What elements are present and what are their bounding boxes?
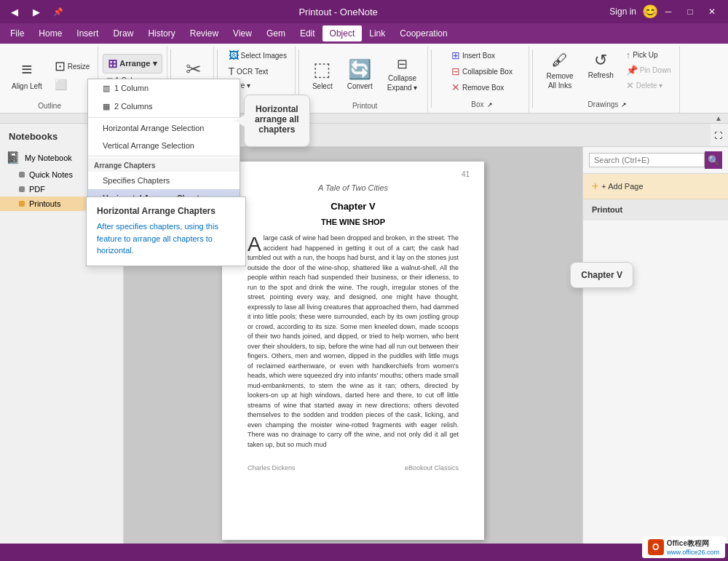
- dd-sep1: [88, 117, 240, 118]
- pin-down-label: Pin Down: [640, 66, 671, 74]
- doc-body: A large cask of wine had been dropped an…: [248, 234, 459, 450]
- menu-link[interactable]: Link: [362, 25, 392, 41]
- document-page: 41 A Tale of Two Cities Chapter V THE WI…: [222, 162, 484, 540]
- add-page-label: + Add Page: [601, 182, 643, 191]
- signin-label: Sign in: [609, 7, 636, 17]
- quick-notes-label: Quick Notes: [29, 170, 73, 179]
- menu-home[interactable]: Home: [31, 25, 69, 41]
- back-btn[interactable]: ◀: [6, 3, 23, 20]
- select-btn[interactable]: ⬚ Select: [306, 55, 339, 93]
- align-left-label: Align Left: [12, 82, 42, 90]
- insert-box-label: Insert Box: [462, 52, 495, 60]
- minimize-btn[interactable]: ─: [658, 4, 678, 20]
- menu-edit[interactable]: Edit: [293, 25, 323, 41]
- pin-down-btn[interactable]: 📌 Pin Down: [622, 63, 675, 77]
- menu-draw[interactable]: Draw: [106, 25, 141, 41]
- desc-text: After specifies chapters, using this fea…: [97, 220, 235, 257]
- collapsible-box-btn[interactable]: ⊟ Collapsible Box: [448, 64, 516, 79]
- dd-1col[interactable]: ▥1 Column: [88, 79, 240, 98]
- remove-all-inks-btn[interactable]: 🖋 RemoveAll Inks: [540, 48, 579, 93]
- forward-btn[interactable]: ▶: [28, 3, 45, 20]
- refresh-btn[interactable]: ↺ Refresh: [582, 48, 620, 82]
- tooltip-title: Horizontalarrange allchapters: [255, 104, 299, 135]
- menu-view[interactable]: View: [226, 25, 259, 41]
- dd-sep2: [88, 156, 240, 156]
- collapsible-icon: ⊟: [451, 65, 460, 77]
- signin-area[interactable]: Sign in: [609, 7, 636, 17]
- office-logo-area: O Office教程网 www.office26.com: [642, 536, 725, 558]
- search-input[interactable]: [589, 153, 705, 167]
- add-icon: +: [592, 180, 598, 193]
- insert-box-btn[interactable]: ⊞ Insert Box: [448, 48, 516, 63]
- dd-vert-sel[interactable]: Vertical Arrange Selection: [88, 137, 240, 154]
- select-images-btn[interactable]: 🖼 Select Images: [225, 48, 290, 63]
- doc-subtitle: THE WINE SHOP: [248, 218, 459, 226]
- chapterv-tooltip: Chapter V: [570, 262, 633, 288]
- title-bar: ◀ ▶ 📌 Printout - OneNote Sign in 😊 ─ □ ✕: [0, 0, 728, 23]
- menu-object[interactable]: Object: [323, 25, 363, 41]
- select-icon: ⬚: [313, 58, 331, 81]
- menu-cooperation[interactable]: Cooperation: [392, 25, 454, 41]
- remove-inks-label: RemoveAll Inks: [546, 71, 573, 90]
- delete-btn[interactable]: ✕ Delete ▾: [622, 79, 675, 92]
- footer-left: Charles Dickens: [248, 464, 296, 472]
- remove-box-label: Remove Box: [462, 84, 504, 92]
- office-url-area: Office教程网 www.office26.com: [667, 538, 719, 556]
- pages-list: Printout: [583, 199, 728, 544]
- ribbon-group-convert: ⬚ Select 🔄 Convert ⊟ CollapseExpand ▾ Pr…: [302, 47, 429, 113]
- pick-up-btn[interactable]: ↑ Pick Up: [622, 48, 675, 62]
- maximize-btn[interactable]: □: [680, 4, 700, 20]
- remove-box-btn[interactable]: ✕ Remove Box: [448, 80, 516, 95]
- align-left-icon: ≡: [21, 58, 32, 81]
- search-button[interactable]: 🔍: [705, 151, 722, 169]
- pick-up-icon: ↑: [626, 49, 631, 60]
- page-list-item-printout[interactable]: Printout: [583, 199, 728, 220]
- resize-label: Resize: [68, 63, 90, 71]
- refresh-icon: ↺: [594, 51, 607, 70]
- menu-insert[interactable]: Insert: [69, 25, 106, 41]
- arrange-icon: ⊞: [108, 57, 117, 71]
- dd-specify-chapters[interactable]: Specifies Chapters: [88, 172, 240, 189]
- menu-bar: File Home Insert Draw History Review Vie…: [0, 23, 728, 44]
- convert-label: Convert: [347, 82, 373, 90]
- doc-chapter: Chapter V: [248, 201, 459, 212]
- dd-section-header: Arrange Chapters: [88, 158, 240, 172]
- dd-horiz-sel[interactable]: Horizontal Arrange Selection: [88, 119, 240, 137]
- convert-btn[interactable]: 🔄 Convert: [341, 55, 379, 93]
- status-bar: Quick Notes: [0, 544, 728, 561]
- delete-label: Delete ▾: [636, 81, 663, 89]
- box-expand-icon[interactable]: ↗: [487, 101, 493, 108]
- align-left-btn[interactable]: ≡ Align Left: [6, 55, 48, 93]
- expand-icon[interactable]: ⛶: [711, 128, 725, 143]
- drawings-expand-icon[interactable]: ↗: [621, 101, 627, 108]
- dd-2col[interactable]: ▦2 Columns: [88, 98, 240, 116]
- menu-review[interactable]: Review: [183, 25, 226, 41]
- collapse-btn[interactable]: ⊟ CollapseExpand ▾: [381, 53, 424, 95]
- menu-file[interactable]: File: [3, 25, 31, 41]
- sep5: [532, 49, 533, 108]
- menu-history[interactable]: History: [141, 25, 182, 41]
- dd-1col-icon: ▥: [103, 84, 110, 92]
- pdf-dot: [19, 186, 25, 192]
- arrange-btn-label: Arrange ▾: [119, 59, 157, 68]
- collapse-icon: ⊟: [397, 56, 408, 72]
- notebook-icon: 📓: [6, 151, 20, 164]
- ocr-text-btn[interactable]: T OCR Text: [225, 64, 290, 79]
- printouts-dot: [19, 201, 25, 207]
- resize-icon: ⊡: [55, 58, 66, 74]
- menu-gem[interactable]: Gem: [259, 25, 293, 41]
- desc-title: Horizontal Arrange Chapters: [97, 206, 235, 216]
- ocr-icon: T: [229, 65, 235, 77]
- collapsible-label: Collapsible Box: [462, 68, 513, 76]
- tooltip-arrow: [234, 115, 245, 127]
- arrange-dropdown-btn[interactable]: ⊞ Arrange ▾: [103, 54, 162, 73]
- dd-2col-icon: ▦: [103, 102, 110, 111]
- close-btn[interactable]: ✕: [702, 4, 722, 20]
- add-page-button[interactable]: + + Add Page: [583, 174, 728, 199]
- sep4: [431, 49, 432, 108]
- resize-btn[interactable]: ⊡ Resize: [51, 57, 94, 76]
- convert-icon: 🔄: [348, 58, 371, 81]
- pin-btn[interactable]: 📌: [50, 3, 67, 20]
- office-logo: O: [648, 539, 664, 555]
- tooltip-popup: Horizontalarrange allchapters: [244, 95, 310, 147]
